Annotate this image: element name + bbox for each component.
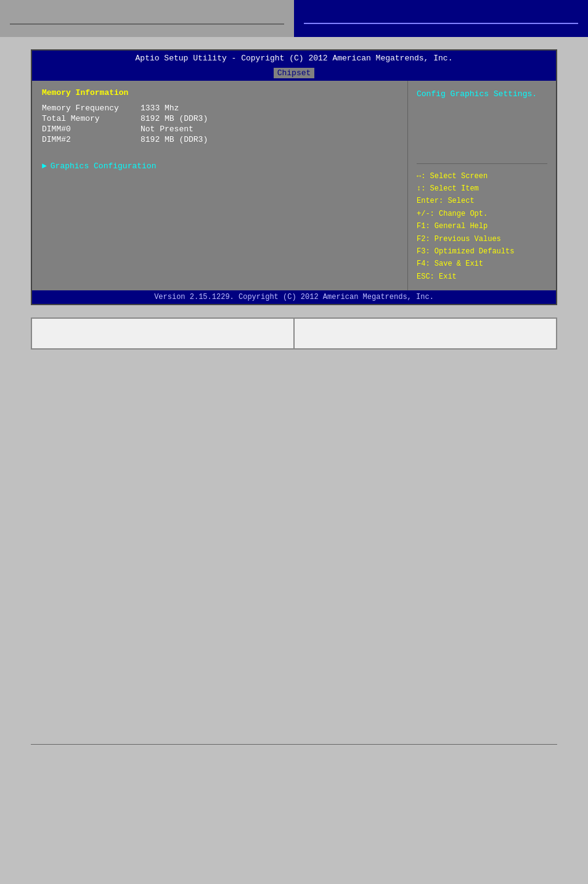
bios-label-memory-frequency: Memory Frequency [42, 104, 141, 113]
bios-row-dimm2: DIMM#2 8192 MB (DDR3) [42, 135, 398, 144]
bios-value-total-memory: 8192 MB (DDR3) [141, 114, 208, 123]
top-header-left-text [10, 13, 284, 25]
bios-right-divider [417, 163, 547, 164]
page-wrapper: Aptio Setup Utility - Copyright (C) 2012… [0, 0, 588, 884]
bios-graphics-config-label: Graphics Configuration [51, 162, 157, 171]
bios-right-panel: Config Graphics Settings. ↔: Select Scre… [408, 81, 556, 290]
top-header-right [294, 0, 588, 37]
bios-active-tab[interactable]: Chipset [274, 68, 315, 78]
bios-right-bottom: ↔: Select Screen ↕: Select Item Enter: S… [417, 157, 547, 284]
bios-keys: ↔: Select Screen ↕: Select Item Enter: S… [417, 170, 547, 284]
bottom-divider [31, 744, 557, 745]
bios-title: Aptio Setup Utility - Copyright (C) 2012… [136, 54, 453, 63]
bios-key-change-opt: +/-: Change Opt. [417, 208, 547, 220]
bottom-section [31, 362, 557, 732]
bios-key-esc: ESC: Exit [417, 271, 547, 283]
bios-key-select-screen: ↔: Select Screen [417, 170, 547, 182]
bios-value-dimm2: 8192 MB (DDR3) [141, 135, 208, 144]
top-header-left [0, 0, 294, 37]
bios-key-f3: F3: Optimized Defaults [417, 245, 547, 258]
top-header-right-text [304, 13, 578, 24]
bios-key-f4: F4: Save & Exit [417, 258, 547, 270]
bottom-table [31, 317, 557, 350]
bios-key-select-item: ↕: Select Item [417, 182, 547, 195]
bios-section-title: Memory Information [42, 88, 398, 97]
bios-arrow-icon: ► [42, 162, 47, 171]
bios-key-f1: F1: General Help [417, 220, 547, 232]
bios-row-total-memory: Total Memory 8192 MB (DDR3) [42, 114, 398, 123]
bios-container: Aptio Setup Utility - Copyright (C) 2012… [31, 49, 557, 305]
bios-value-memory-frequency: 1333 Mhz [141, 104, 179, 113]
bottom-table-cell-left [31, 318, 294, 349]
bios-help-text: Config Graphics Settings. [417, 88, 547, 100]
bios-footer: Version 2.15.1229. Copyright (C) 2012 Am… [32, 290, 556, 304]
bios-label-dimm2: DIMM#2 [42, 135, 141, 144]
bios-graphics-config-item[interactable]: ► Graphics Configuration [42, 162, 398, 171]
bios-main: Memory Information Memory Frequency 1333… [32, 81, 556, 290]
top-header [0, 0, 588, 37]
bios-value-dimm0: Not Present [141, 125, 194, 134]
bios-separator [42, 145, 398, 153]
bios-key-enter: Enter: Select [417, 195, 547, 207]
bios-tab-row: Chipset [32, 67, 556, 81]
bios-label-total-memory: Total Memory [42, 114, 141, 123]
bios-key-f2: F2: Previous Values [417, 233, 547, 245]
bios-left-panel: Memory Information Memory Frequency 1333… [32, 81, 408, 290]
bios-row-memory-frequency: Memory Frequency 1333 Mhz [42, 104, 398, 113]
bios-row-dimm0: DIMM#0 Not Present [42, 125, 398, 134]
bottom-table-cell-right [294, 318, 557, 349]
bios-label-dimm0: DIMM#0 [42, 125, 141, 134]
bios-version: Version 2.15.1229. Copyright (C) 2012 Am… [154, 293, 434, 301]
bios-title-bar: Aptio Setup Utility - Copyright (C) 2012… [32, 51, 556, 67]
